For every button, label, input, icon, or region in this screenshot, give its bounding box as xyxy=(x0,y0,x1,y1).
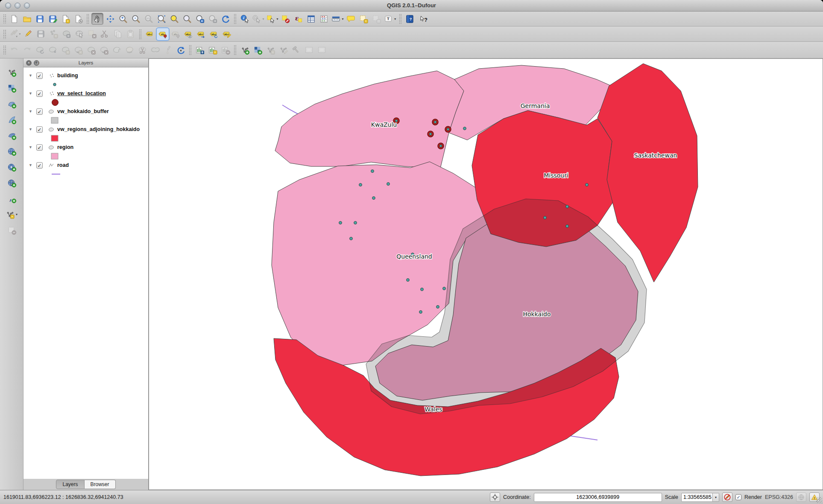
reshape-features-button[interactable] xyxy=(111,44,123,56)
db-remove-layer-button[interactable] xyxy=(220,44,231,56)
new-print-composer-button[interactable]: * xyxy=(59,13,71,25)
label-hold-pin-button[interactable]: ab xyxy=(170,28,182,40)
simplify-feature-button[interactable] xyxy=(47,44,59,56)
add-wcs-layer-button[interactable] xyxy=(6,161,18,173)
show-bookmarks-button[interactable] xyxy=(371,13,383,25)
undo-button[interactable] xyxy=(8,44,20,56)
new-vector-layer-button[interactable]: *▼ xyxy=(5,209,18,221)
stop-render-button[interactable] xyxy=(722,492,732,502)
select-features-button[interactable]: ▼ xyxy=(266,13,279,25)
layer-item-vw_regions_adjoining_hokkaido[interactable]: ▼✓vw_regions_adjoining_hokkaido xyxy=(23,125,148,134)
crs-status-button[interactable] xyxy=(796,492,806,502)
help-contents-button[interactable]: ? xyxy=(404,13,416,25)
toolbar-drag-handle[interactable] xyxy=(3,29,6,39)
offset-curve-button[interactable] xyxy=(123,44,135,56)
layer-expand-icon[interactable]: ▼ xyxy=(29,73,35,78)
zoom-in-button[interactable]: + xyxy=(117,13,129,25)
toggle-editing-button[interactable] xyxy=(22,28,34,40)
zoom-out-button[interactable]: - xyxy=(130,13,142,25)
layer-label[interactable]: vw_regions_adjoining_hokkaido xyxy=(57,126,140,132)
zoom-last-button[interactable] xyxy=(194,13,206,25)
whats-this-button[interactable]: ? xyxy=(417,13,429,25)
layer-labeling-options-button[interactable]: abc xyxy=(144,28,156,40)
composer-manager-button[interactable] xyxy=(72,13,84,25)
cut-features-button[interactable] xyxy=(99,28,111,40)
run-feature-action-button[interactable]: ▼ xyxy=(252,13,265,25)
layer-visibility-checkbox[interactable]: ✓ xyxy=(36,108,43,115)
identify-features-button[interactable]: i xyxy=(239,13,251,25)
delete-part-button[interactable] xyxy=(98,44,110,56)
render-checkbox[interactable]: ✓ xyxy=(735,494,741,500)
db-upload-layer-button[interactable] xyxy=(194,44,206,56)
new-project-button[interactable] xyxy=(8,13,20,25)
add-spatialite-layer-button[interactable] xyxy=(6,114,18,126)
layer-label[interactable]: road xyxy=(57,162,69,168)
text-annotation-button[interactable]: T▼ xyxy=(384,13,397,25)
layer-expand-icon[interactable]: ▼ xyxy=(29,91,35,96)
paste-features-button[interactable] xyxy=(125,28,137,40)
add-vector-layer-button[interactable] xyxy=(6,67,18,79)
map-canvas[interactable]: KwaZuluGermaniaSaskatchewanMissouriQueen… xyxy=(149,58,823,490)
add-postgis-layer-button[interactable] xyxy=(6,98,18,110)
layer-expand-icon[interactable]: ▼ xyxy=(29,145,35,149)
layer-label[interactable]: vw_hokkaido_buffer xyxy=(57,108,109,114)
scale-dropdown-button[interactable]: ▼ xyxy=(713,493,719,502)
coordinate-input[interactable] xyxy=(534,493,662,502)
toolbar-drag-handle[interactable] xyxy=(3,14,6,23)
add-ring-button[interactable]: * xyxy=(59,44,71,56)
layer-visibility-checkbox[interactable]: ✓ xyxy=(36,162,43,169)
layer-item-vw_select_location[interactable]: ▼✓vw_select_location xyxy=(23,89,148,98)
select-by-expression-button[interactable]: ε xyxy=(293,13,305,25)
open-project-button[interactable] xyxy=(21,13,33,25)
rotate-point-symbols-button[interactable] xyxy=(175,44,187,56)
rotate-feature-button[interactable] xyxy=(34,44,46,56)
db-import-layer-button[interactable]: * xyxy=(207,44,219,56)
label-move-button[interactable]: abc xyxy=(195,28,207,40)
save-project-as-button[interactable] xyxy=(47,13,59,25)
label-pin-unpin-button[interactable]: ab xyxy=(157,28,169,40)
save-layer-edits-button[interactable] xyxy=(35,28,47,40)
title-bar[interactable]: QGIS 2.0.1–Dufour xyxy=(0,0,823,12)
toolbar-drag-handle[interactable] xyxy=(3,45,6,55)
add-raster-layer-button[interactable] xyxy=(6,82,18,94)
merge-features-button[interactable] xyxy=(149,44,161,56)
delete-selected-button[interactable] xyxy=(86,28,98,40)
label-highlight-pinned-button[interactable]: abc xyxy=(182,28,194,40)
node-tool-button[interactable] xyxy=(73,28,85,40)
add-mssql-layer-button[interactable] xyxy=(6,130,18,142)
tab-browser[interactable]: Browser xyxy=(85,480,116,489)
resize-grip[interactable] xyxy=(816,497,822,503)
layer-item-region[interactable]: ▼✓region xyxy=(23,143,148,152)
map-composer-tools-button[interactable] xyxy=(290,44,302,56)
split-features-button[interactable] xyxy=(136,44,148,56)
layer-expand-icon[interactable]: ▼ xyxy=(29,127,35,131)
layer-item-vw_hokkaido_buffer[interactable]: ▼✓vw_hokkaido_buffer xyxy=(23,107,148,116)
label-properties-button[interactable]: abc xyxy=(221,28,233,40)
redo-button[interactable] xyxy=(21,44,33,56)
measure-button[interactable]: ▼ xyxy=(331,13,344,25)
panel-close-icon[interactable]: × xyxy=(26,60,32,66)
layer-label[interactable]: region xyxy=(57,144,73,150)
layer-visibility-checkbox[interactable]: ✓ xyxy=(36,144,43,151)
layer-label[interactable]: building xyxy=(57,73,78,79)
map-tips-button[interactable] xyxy=(345,13,357,25)
tab-layers[interactable]: Layers xyxy=(56,480,84,489)
layer-visibility-checkbox[interactable]: ✓ xyxy=(36,90,43,97)
layer-save-as-button[interactable]: * xyxy=(264,44,276,56)
layer-item-building[interactable]: ▼✓building xyxy=(23,71,148,80)
zoom-to-layer-button[interactable] xyxy=(181,13,193,25)
pan-map-button[interactable] xyxy=(91,13,103,25)
refresh-map-button[interactable] xyxy=(220,13,231,25)
layer-visibility-checkbox[interactable]: ✓ xyxy=(36,73,43,79)
move-feature-button[interactable] xyxy=(61,28,73,40)
copy-features-button[interactable] xyxy=(112,28,124,40)
composer-template-1-button[interactable] xyxy=(303,44,315,56)
layer-expand-icon[interactable]: ▼ xyxy=(29,163,35,167)
scale-input[interactable] xyxy=(681,493,713,502)
mouse-position-toggle-button[interactable] xyxy=(490,492,500,502)
field-calculator-button[interactable] xyxy=(318,13,330,25)
new-shapefile-layer-button[interactable] xyxy=(252,44,264,56)
zoom-next-button[interactable] xyxy=(207,13,219,25)
layer-visibility-checkbox[interactable]: ✓ xyxy=(36,126,43,133)
label-rotate-button[interactable]: abc xyxy=(208,28,220,40)
